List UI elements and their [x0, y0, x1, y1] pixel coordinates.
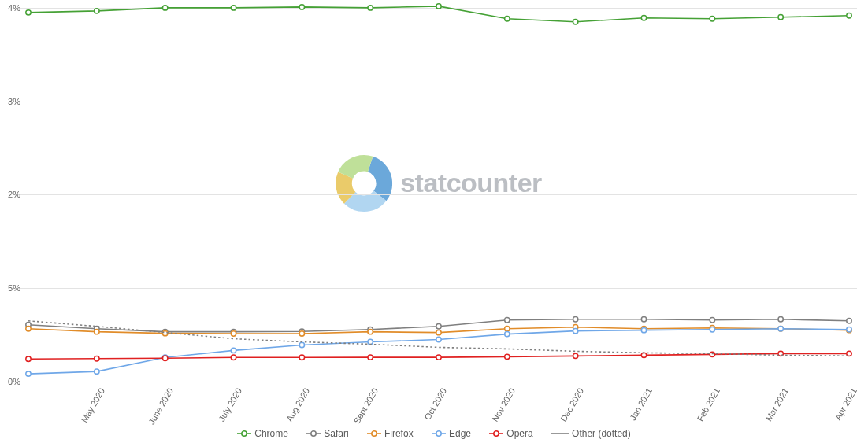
svg-point-13 [494, 431, 499, 436]
data-point [505, 354, 510, 359]
y-tick-label: 0% [8, 377, 20, 386]
data-point [710, 17, 714, 21]
data-point [231, 6, 236, 10]
plot-area: statcounter [20, 0, 857, 382]
legend-label: Safari [324, 428, 348, 439]
data-point [368, 355, 373, 360]
data-point [710, 327, 714, 331]
x-tick-label: Mar 2021 [764, 386, 791, 423]
y-tick-label: 4% [8, 3, 20, 13]
legend: Chrome Safari Firefox Edge Opera Other (… [0, 428, 868, 440]
svg-point-11 [436, 431, 441, 436]
data-point [847, 327, 851, 331]
x-tick-label: Oct 2020 [422, 386, 448, 422]
data-point [847, 13, 851, 18]
data-point [573, 20, 577, 24]
svg-point-9 [372, 431, 377, 436]
data-point [436, 337, 441, 341]
data-point [710, 352, 714, 356]
data-point [95, 356, 99, 361]
svg-point-7 [311, 431, 316, 436]
legend-label: Other (dotted) [572, 428, 631, 439]
data-point [162, 356, 167, 360]
chart-container: statcounter 0%5%2%3%4% May 2020June 2020… [0, 0, 868, 443]
y-tick-label: 3% [8, 97, 20, 106]
data-point [641, 16, 646, 20]
data-point [26, 356, 31, 361]
data-point [95, 9, 99, 13]
data-point [573, 353, 577, 358]
x-tick-label: July 2020 [217, 386, 243, 423]
y-tick-label: 5% [8, 283, 20, 293]
data-point [231, 331, 236, 336]
x-tick-label: Sept 2020 [352, 386, 380, 425]
x-tick-label: Dec 2020 [558, 386, 585, 423]
data-point [162, 6, 167, 10]
x-tick-label: Nov 2020 [490, 386, 517, 423]
data-point [710, 318, 714, 323]
x-tick-label: Apr 2021 [833, 386, 859, 422]
data-point [436, 355, 441, 360]
data-point [95, 329, 99, 334]
data-point [505, 326, 510, 330]
legend-item-firefox: Firefox [367, 428, 414, 439]
data-point [368, 329, 373, 334]
x-tick-label: Jan 2021 [628, 386, 654, 422]
data-point [641, 327, 646, 332]
x-tick-label: May 2020 [79, 386, 106, 424]
data-point [95, 369, 99, 374]
y-tick-label: 2% [8, 190, 20, 199]
data-point [505, 17, 510, 21]
x-tick-label: June 2020 [147, 386, 175, 426]
legend-item-safari: Safari [306, 428, 348, 439]
data-point [231, 348, 236, 353]
gridline [20, 382, 857, 382]
data-point [299, 342, 304, 347]
data-point [778, 317, 783, 322]
legend-item-opera: Opera [489, 428, 532, 439]
legend-label: Firefox [384, 428, 414, 439]
legend-item-edge: Edge [432, 428, 471, 439]
data-point [778, 326, 783, 330]
data-point [573, 317, 577, 322]
data-point [573, 328, 577, 333]
data-point [26, 326, 31, 330]
data-point [299, 355, 304, 360]
data-point [436, 324, 441, 329]
legend-item-chrome: Chrome [237, 428, 288, 439]
svg-point-5 [242, 431, 247, 436]
x-tick-label: Feb 2021 [696, 386, 722, 423]
legend-item-other: Other (dotted) [551, 428, 631, 439]
data-point [436, 330, 441, 334]
data-point [847, 319, 851, 323]
data-point [231, 355, 236, 360]
chart-lines [20, 0, 857, 382]
legend-label: Edge [449, 428, 471, 439]
x-tick-label: Aug 2020 [285, 386, 312, 423]
data-point [26, 371, 31, 376]
data-point [641, 317, 646, 322]
data-point [505, 331, 510, 336]
data-point [26, 10, 31, 15]
data-point [505, 318, 510, 323]
data-point [778, 15, 783, 20]
data-point [299, 331, 304, 336]
data-point [436, 4, 441, 9]
legend-label: Chrome [254, 428, 288, 439]
data-point [299, 5, 304, 9]
legend-label: Opera [506, 428, 532, 439]
data-point [368, 6, 373, 10]
